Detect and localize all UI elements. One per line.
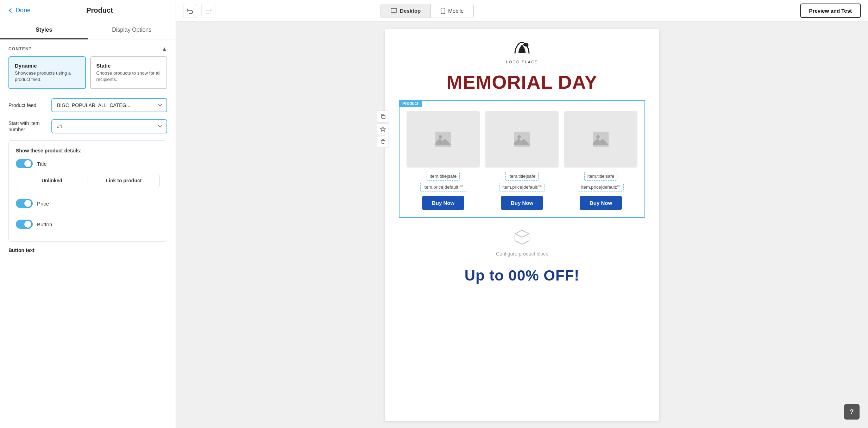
- product-grid: item.title|safe item.price|default:"" Bu…: [400, 101, 644, 217]
- product-block-label: Product: [399, 100, 422, 107]
- right-panel: Desktop Mobile Preview and Test: [176, 0, 868, 428]
- button-toggle[interactable]: [16, 220, 33, 229]
- button-text-section: Button text: [0, 247, 176, 258]
- svg-rect-9: [382, 115, 385, 119]
- product-image-1: [407, 111, 480, 168]
- content-section-header: CONTENT ▲: [0, 39, 176, 56]
- undo-button[interactable]: [183, 4, 197, 18]
- product-feed-label: Product feed: [8, 102, 47, 108]
- product-feed-row: Product feed BIGC_POPULAR_ALL_CATEG...: [0, 96, 176, 117]
- duplicate-icon: [380, 114, 386, 119]
- svg-point-8: [596, 135, 600, 139]
- price-toggle-row: Price: [16, 199, 160, 208]
- mobile-icon: [441, 8, 445, 14]
- image-placeholder-icon-2: [513, 131, 531, 148]
- undo-icon: [187, 8, 193, 14]
- dynamic-card-title: Dynamic: [15, 63, 80, 69]
- price-label: Price: [37, 201, 49, 207]
- product-title-3: item.title|safe: [584, 172, 617, 181]
- product-item-3: item.title|safe item.price|default:"" Bu…: [564, 111, 637, 210]
- svg-point-4: [439, 135, 442, 139]
- logo-area: LOGO PLACE: [506, 39, 538, 64]
- product-price-1: item.price|default:"": [420, 183, 466, 191]
- link-to-product-button[interactable]: Link to product: [88, 174, 159, 187]
- collapse-button[interactable]: ▲: [162, 46, 167, 52]
- redo-button[interactable]: [201, 4, 215, 18]
- divider-1: [16, 193, 160, 193]
- configure-block: Configure product block: [385, 218, 659, 264]
- left-panel: Done Product Styles Display Options CONT…: [0, 0, 176, 428]
- logo-text: LOGO PLACE: [506, 60, 538, 64]
- content-label: CONTENT: [8, 46, 32, 51]
- tabs: Styles Display Options: [0, 21, 176, 39]
- toolbar: Desktop Mobile Preview and Test: [176, 0, 868, 22]
- svg-rect-0: [391, 8, 397, 12]
- product-price-3: item.price|default:"": [578, 183, 624, 191]
- top-bar: Done Product: [0, 0, 176, 21]
- price-toggle[interactable]: [16, 199, 33, 208]
- dynamic-card[interactable]: Dynamic Showcase products using a produc…: [8, 56, 86, 89]
- dynamic-card-desc: Showcase products using a product feed.: [15, 70, 80, 83]
- tab-display-options[interactable]: Display Options: [88, 21, 176, 39]
- tab-styles[interactable]: Styles: [0, 21, 88, 39]
- up-to-text: Up to 00% OFF!: [385, 264, 659, 288]
- static-card-desc: Choose products to show for all recipien…: [96, 70, 161, 83]
- product-block-wrapper[interactable]: Product item.title|safe: [399, 100, 645, 218]
- star-icon: [380, 126, 386, 132]
- static-card-title: Static: [96, 63, 161, 69]
- divider-2: [16, 214, 160, 214]
- product-block-container: Product item.title|safe: [392, 100, 652, 218]
- static-card[interactable]: Static Choose products to show for all r…: [90, 56, 168, 89]
- view-toggle: Desktop Mobile: [380, 4, 474, 18]
- link-toggle-row: Unlinked Link to product: [16, 174, 160, 187]
- product-image-2: [485, 111, 559, 168]
- details-box: Show these product details: Title Unlink…: [8, 140, 167, 242]
- buy-button-1[interactable]: Buy Now: [422, 196, 464, 210]
- product-feed-select[interactable]: BIGC_POPULAR_ALL_CATEG...: [51, 98, 167, 112]
- desktop-view-button[interactable]: Desktop: [381, 4, 431, 18]
- preview-button[interactable]: Preview and Test: [800, 4, 861, 18]
- title-toggle[interactable]: [16, 159, 33, 168]
- title-label: Title: [37, 161, 47, 167]
- start-item-row: Start with itemnumber #1: [0, 117, 176, 138]
- brand-logo: [511, 39, 533, 57]
- unlinked-button[interactable]: Unlinked: [16, 174, 88, 187]
- start-item-select[interactable]: #1: [51, 119, 167, 133]
- email-header: LOGO PLACE: [385, 29, 659, 68]
- product-price-2: item.price|default:"": [499, 183, 545, 191]
- canvas: LOGO PLACE MEMORIAL DAY Product: [176, 22, 868, 428]
- title-toggle-row: Title: [16, 159, 160, 168]
- svg-rect-3: [435, 132, 451, 147]
- done-button[interactable]: Done: [7, 7, 31, 14]
- duplicate-block-button[interactable]: [377, 111, 389, 122]
- button-toggle-row: Button: [16, 220, 160, 229]
- image-placeholder-icon-1: [434, 131, 452, 148]
- details-title: Show these product details:: [16, 148, 160, 153]
- product-item-2: item.title|safe item.price|default:"" Bu…: [485, 111, 559, 210]
- product-title-2: item.title|safe: [505, 172, 539, 181]
- svg-point-6: [517, 135, 521, 139]
- trash-icon: [380, 139, 386, 145]
- product-title-1: item.title|safe: [427, 172, 460, 181]
- logo-icon: [511, 39, 533, 58]
- email-container: LOGO PLACE MEMORIAL DAY Product: [385, 29, 659, 421]
- arrow-left-icon: [7, 7, 13, 14]
- buy-button-3[interactable]: Buy Now: [580, 196, 622, 210]
- favorite-block-button[interactable]: [377, 123, 389, 135]
- button-toggle-label: Button: [37, 221, 52, 227]
- product-actions: [377, 111, 389, 148]
- help-button[interactable]: ?: [844, 404, 860, 420]
- configure-text: Configure product block: [392, 251, 652, 257]
- content-type-row: Dynamic Showcase products using a produc…: [0, 56, 176, 96]
- svg-point-2: [443, 12, 444, 13]
- panel-title: Product: [31, 6, 169, 14]
- redo-icon: [205, 8, 212, 14]
- svg-rect-7: [593, 132, 609, 147]
- delete-block-button[interactable]: [377, 136, 389, 148]
- memorial-day-headline: MEMORIAL DAY: [385, 68, 659, 100]
- svg-rect-5: [514, 132, 530, 147]
- mobile-view-button[interactable]: Mobile: [431, 4, 473, 18]
- buy-button-2[interactable]: Buy Now: [501, 196, 543, 210]
- box-icon: [513, 228, 531, 246]
- product-image-3: [564, 111, 637, 168]
